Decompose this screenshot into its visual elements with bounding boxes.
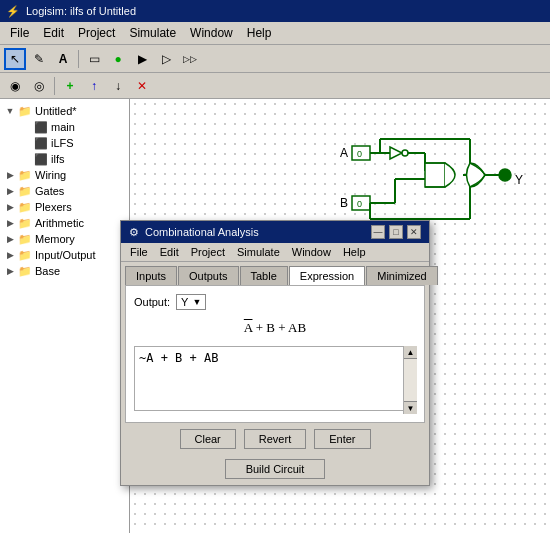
tab-table[interactable]: Table — [240, 266, 288, 285]
move-down-button[interactable]: ↓ — [107, 75, 129, 97]
expander-placeholder3 — [20, 153, 32, 165]
dialog-menu-edit[interactable]: Edit — [155, 245, 184, 259]
expr-plus-b: + B + AB — [256, 320, 306, 335]
folder-icon: 📁 — [18, 104, 32, 118]
sidebar-item-plexers[interactable]: ▶ 📁 Plexers — [0, 199, 129, 215]
dialog-tabs: Inputs Outputs Table Expression Minimize… — [121, 262, 429, 285]
dialog-menu-simulate[interactable]: Simulate — [232, 245, 285, 259]
lib-icon-io: 📁 — [18, 248, 32, 262]
svg-text:Y: Y — [515, 173, 523, 187]
svg-point-27 — [499, 169, 511, 181]
svg-text:B: B — [340, 196, 348, 210]
expander-gates: ▶ — [4, 185, 16, 197]
expander-icon: ▼ — [4, 105, 16, 117]
combinational-analysis-dialog: ⚙ Combinational Analysis — □ ✕ File Edit… — [120, 220, 430, 486]
sidebar-item-wiring[interactable]: ▶ 📁 Wiring — [0, 167, 129, 183]
dialog-menu-file[interactable]: File — [125, 245, 153, 259]
menu-simulate[interactable]: Simulate — [123, 24, 182, 42]
sidebar-item-label: Gates — [35, 185, 64, 197]
toolbar-separator-1 — [78, 50, 79, 68]
expr-a-overline: A — [244, 320, 253, 335]
sidebar-item-gates[interactable]: ▶ 📁 Gates — [0, 183, 129, 199]
enter-button[interactable]: Enter — [314, 429, 370, 449]
build-circuit-button[interactable]: Build Circuit — [225, 459, 326, 479]
circuit-icon2: ⬛ — [34, 136, 48, 150]
tab-expression[interactable]: Expression — [289, 266, 365, 286]
sidebar-item-memory[interactable]: ▶ 📁 Memory — [0, 231, 129, 247]
sidebar-item-base[interactable]: ▶ 📁 Base — [0, 263, 129, 279]
dialog-menu-help[interactable]: Help — [338, 245, 371, 259]
dialog-title-text: Combinational Analysis — [145, 226, 259, 238]
output-selector[interactable]: Y ▼ — [176, 294, 206, 310]
text-tool-button[interactable]: A — [52, 48, 74, 70]
svg-text:0: 0 — [357, 199, 362, 209]
select-tool-button[interactable]: ↖ — [4, 48, 26, 70]
menu-file[interactable]: File — [4, 24, 35, 42]
menu-edit[interactable]: Edit — [37, 24, 70, 42]
scroll-down-button[interactable]: ▼ — [404, 401, 417, 414]
sidebar-item-arithmetic[interactable]: ▶ 📁 Arithmetic — [0, 215, 129, 231]
sidebar-item-label: Untitled* — [35, 105, 77, 117]
output-value: Y — [181, 296, 188, 308]
lib-icon-gates: 📁 — [18, 184, 32, 198]
expression-textarea[interactable]: ~A + B + AB — [134, 346, 416, 411]
expander-arithmetic: ▶ — [4, 217, 16, 229]
lib-icon-base: 📁 — [18, 264, 32, 278]
expander-memory: ▶ — [4, 233, 16, 245]
minimize-button[interactable]: — — [371, 225, 385, 239]
sim-step-button[interactable]: ▷ — [155, 48, 177, 70]
expander-placeholder2 — [20, 137, 32, 149]
sidebar-item-untitled[interactable]: ▼ 📁 Untitled* — [0, 103, 129, 119]
secondary-toolbar: ◉ ◎ + ↑ ↓ ✕ — [0, 73, 550, 99]
dialog-menu-project[interactable]: Project — [186, 245, 230, 259]
svg-text:A: A — [340, 146, 348, 160]
sidebar-item-io[interactable]: ▶ 📁 Input/Output — [0, 247, 129, 263]
menu-window[interactable]: Window — [184, 24, 239, 42]
revert-button[interactable]: Revert — [244, 429, 306, 449]
menu-project[interactable]: Project — [72, 24, 121, 42]
sidebar-item-label: iLFS — [51, 137, 74, 149]
dialog-controls: — □ ✕ — [371, 225, 421, 239]
tab-minimized[interactable]: Minimized — [366, 266, 438, 285]
move-up-button[interactable]: ↑ — [83, 75, 105, 97]
toolbar: ↖ ✎ A ▭ ● ▶ ▷ ▷▷ — [0, 45, 550, 73]
sidebar-item-label: main — [51, 121, 75, 133]
sim-dot-button[interactable]: ● — [107, 48, 129, 70]
wire-tool-button[interactable]: ✎ — [28, 48, 50, 70]
tab-outputs[interactable]: Outputs — [178, 266, 239, 285]
sidebar-item-label: Memory — [35, 233, 75, 245]
dropdown-arrow-icon: ▼ — [192, 297, 201, 307]
delete-button[interactable]: ✕ — [131, 75, 153, 97]
svg-rect-15 — [425, 163, 445, 187]
menu-help[interactable]: Help — [241, 24, 278, 42]
circuit-icon: ⬛ — [34, 120, 48, 134]
zoom-button[interactable]: ◎ — [28, 75, 50, 97]
dialog-menu-window[interactable]: Window — [287, 245, 336, 259]
close-button[interactable]: ✕ — [407, 225, 421, 239]
expression-edit-container: ~A + B + AB ▲ ▼ — [134, 346, 416, 414]
title-bar-text: Logisim: ilfs of Untitled — [26, 5, 136, 17]
maximize-button[interactable]: □ — [389, 225, 403, 239]
lib-icon-wiring: 📁 — [18, 168, 32, 182]
add-component-button[interactable]: ▭ — [83, 48, 105, 70]
dialog-content-area: Output: Y ▼ A + B + AB ~A + B + AB ▲ ▼ — [125, 285, 425, 423]
clear-button[interactable]: Clear — [180, 429, 236, 449]
output-label: Output: — [134, 296, 170, 308]
sidebar-item-label: Wiring — [35, 169, 66, 181]
sidebar-item-ilfs1[interactable]: ⬛ iLFS — [0, 135, 129, 151]
expander-placeholder — [20, 121, 32, 133]
sidebar-item-label: Arithmetic — [35, 217, 84, 229]
svg-marker-8 — [390, 147, 402, 159]
sim-fast-button[interactable]: ▷▷ — [179, 48, 201, 70]
sim-play-button[interactable]: ▶ — [131, 48, 153, 70]
textarea-scrollbar: ▲ ▼ — [403, 346, 417, 414]
sidebar-item-ilfs2[interactable]: ⬛ ilfs — [0, 151, 129, 167]
tab-inputs[interactable]: Inputs — [125, 266, 177, 285]
zoom-fit-button[interactable]: ◉ — [4, 75, 26, 97]
add-button[interactable]: + — [59, 75, 81, 97]
dialog-action-buttons: Clear Revert Enter — [121, 423, 429, 455]
sidebar-item-label: Plexers — [35, 201, 72, 213]
menu-bar: File Edit Project Simulate Window Help — [0, 22, 550, 45]
sidebar-item-main[interactable]: ⬛ main — [0, 119, 129, 135]
scroll-up-button[interactable]: ▲ — [404, 346, 417, 359]
